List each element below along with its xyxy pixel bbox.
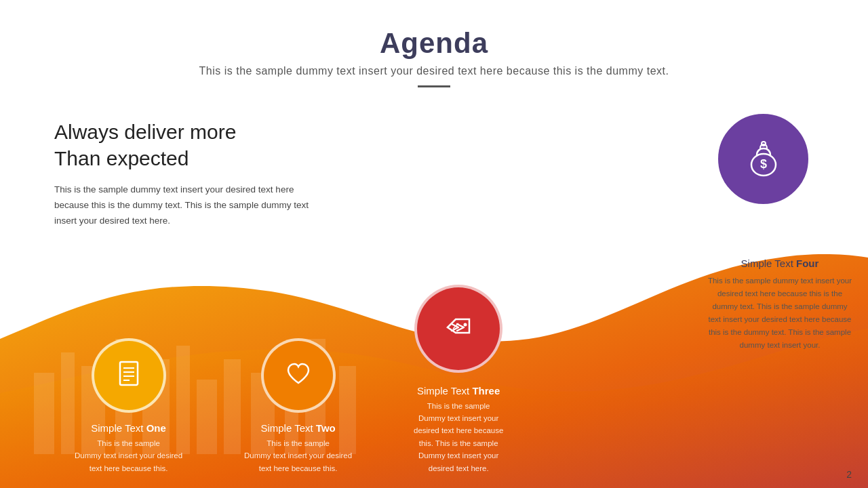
svg-rect-1 <box>61 352 75 454</box>
item-three-label: Simple Text Three <box>417 385 500 396</box>
item-two-label: Simple Text Two <box>260 422 335 434</box>
tag-icon <box>438 307 479 350</box>
page-header: Agenda This is the sample dummy text ins… <box>0 0 868 87</box>
svg-rect-7 <box>224 359 241 454</box>
page-title: Agenda <box>0 27 868 60</box>
money-bag-icon: $ <box>742 136 785 182</box>
svg-point-18 <box>464 323 467 326</box>
left-text-block: Always deliver more Than expected This i… <box>54 119 312 229</box>
left-heading: Always deliver more Than expected <box>54 119 312 171</box>
circle-one <box>92 338 166 413</box>
item-four-text-block: Simple Text Four This is the sample dumm… <box>705 258 854 352</box>
circle-four: $ <box>714 110 812 208</box>
circle-three <box>414 285 502 373</box>
svg-rect-12 <box>120 362 138 385</box>
heart-icon <box>283 359 314 392</box>
page-number: 2 <box>846 469 852 480</box>
left-body-text: This is the sample dummy text insert you… <box>54 182 312 229</box>
document-icon <box>113 358 144 393</box>
header-subtitle: This is the sample dummy text insert you… <box>0 65 868 77</box>
circle-item-three: Simple Text Three This is the sampleDumm… <box>414 285 503 488</box>
item-three-desc: This is the sampleDummy text insert your… <box>414 400 503 474</box>
circle-item-one: Simple Text One This is the sampleDummy … <box>75 338 182 488</box>
circle-item-four: $ <box>714 110 812 218</box>
item-four-label: Simple Text Four <box>705 258 854 269</box>
header-divider <box>418 85 450 87</box>
svg-rect-6 <box>197 380 217 454</box>
item-one-desc: This is the sampleDummy text insert your… <box>75 437 182 474</box>
circle-item-two: Simple Text Two This is the sampleDummy … <box>244 338 352 488</box>
item-one-label: Simple Text One <box>91 422 166 434</box>
circle-two <box>261 338 336 413</box>
item-two-desc: This is the sampleDummy text insert your… <box>244 437 352 474</box>
item-four-desc: This is the sample dummy text insert you… <box>705 274 854 352</box>
svg-rect-0 <box>34 373 54 454</box>
svg-text:$: $ <box>760 157 766 171</box>
